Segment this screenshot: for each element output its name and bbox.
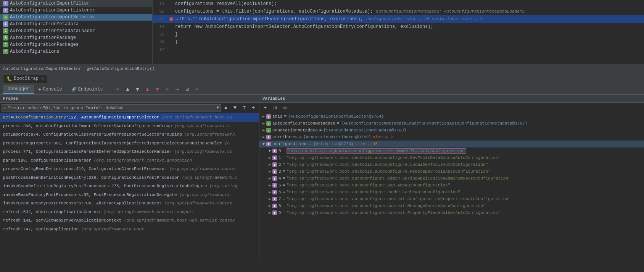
bootstrap-tab[interactable]: 🐛 BootStrap × (3, 74, 47, 83)
var-row[interactable]: ▶ f 8 = "org.springframework.boot.autoco… (259, 202, 644, 209)
thread-check-icon: ✔ (3, 106, 6, 110)
var-row[interactable]: ▶ f 9 = "org.springframework.boot.autoco… (259, 209, 644, 216)
class-icon: C (3, 28, 8, 34)
frame-line: :801, ConfigurationClassParser$DeferredI… (51, 141, 222, 146)
toolbar-btn-grid[interactable]: ⊞ (183, 85, 191, 94)
var-row[interactable]: ▶ f 5 = "org.springframework.boot.autoco… (259, 182, 644, 189)
class-list-item[interactable]: IAutoConfigurationImportListener (0, 7, 152, 14)
frame-line: :771, ConfigurationClassParser$DeferredI… (21, 149, 172, 154)
var-row[interactable]: ▶ f 2 = "org.springframework.boot.devtoo… (259, 161, 644, 168)
tab-debugger[interactable]: Debugger (3, 85, 34, 94)
frame-item[interactable]: invokeBeanDefinitionRegistryPostProcesso… (0, 182, 259, 191)
tab-endpoints[interactable]: 🔗 Endpoints (67, 85, 108, 94)
toolbar-btn-up1[interactable]: ▲ (123, 85, 132, 94)
frame-item[interactable]: postProcessBeanDefinitionRegistry:236, C… (0, 173, 259, 182)
frame-line: :532, AbstractApplicationContext (21, 210, 101, 214)
toolbar-btn-down1[interactable]: ▼ (133, 85, 142, 94)
frame-item[interactable]: refresh:532, AbstractApplicationContext … (0, 208, 259, 217)
frame-item[interactable]: process:771, ConfigurationClassParser$De… (0, 147, 259, 156)
var-name: autoConfigurationMetadata (272, 121, 335, 126)
var-icon: f (272, 204, 277, 208)
frame-item[interactable]: invokeBeanFactoryPostProcessors:706, Abs… (0, 199, 259, 208)
var-expand-icon[interactable]: ▶ (267, 189, 272, 195)
frame-funnel-btn[interactable]: ⊤ (240, 104, 248, 112)
var-expand-icon[interactable]: ▶ (261, 134, 266, 140)
class-list-item[interactable]: IAutoConfigurationImportFilter (0, 0, 152, 7)
frame-item[interactable]: invokeBeanFactoryPostProcessors:95, Post… (0, 191, 259, 199)
frame-item[interactable]: process:396, AutoConfigurationImportSele… (0, 122, 259, 131)
var-expand-icon[interactable]: ▶ (267, 169, 272, 174)
var-row[interactable]: ▶ f 6 = "org.springframework.boot.autoco… (259, 189, 644, 196)
vars-grid-btn[interactable]: ⊞ (271, 104, 279, 112)
var-expand-icon[interactable]: ▶ (261, 114, 266, 119)
toolbar-btn-reorder[interactable]: ≡ (113, 85, 122, 94)
var-expand-icon[interactable]: ▼ (261, 141, 266, 147)
frame-item[interactable]: processGroupImports:801, ConfigurationCl… (0, 139, 259, 148)
var-expand-icon[interactable]: ▶ (261, 121, 266, 126)
class-icon: A (3, 35, 8, 40)
var-expand-icon[interactable]: ▶ (267, 183, 272, 188)
vars-add-btn[interactable]: + (261, 104, 269, 112)
frame-method: invokeBeanDefinitionRegistryPostProcesso… (3, 184, 109, 188)
code-line: 82 configurations = this.filter(configur… (153, 8, 644, 15)
var-row[interactable]: ▶ p annotationMetadata = {StandardAnnota… (259, 127, 644, 134)
class-name: AutoConfigurationMetadataLoader (10, 28, 95, 34)
toolbar-btn-down2[interactable]: ▼ (153, 85, 161, 94)
var-expand-icon[interactable]: ▶ (267, 176, 272, 181)
frame-item[interactable]: refresh:141, ServletWebServerApplication… (0, 216, 259, 225)
frame-item[interactable]: refresh:747, SpringApplication (org.spri… (0, 225, 259, 234)
class-list-item[interactable]: IAutoConfigurationMetadata (0, 21, 152, 28)
class-list-item[interactable]: CAutoConfigurations (0, 48, 152, 55)
class-list: IAutoConfigurationImportFilterIAutoConfi… (0, 0, 152, 55)
thread-select[interactable]: ✔"restartedMain"@1,790 in group "main": … (2, 104, 221, 112)
class-list-item[interactable]: CAutoConfigurationImportSelector (0, 14, 152, 21)
frame-item[interactable]: parse:188, ConfigurationClassParser (org… (0, 156, 259, 165)
frame-filter-btn[interactable]: ▲ (222, 104, 230, 112)
var-expand-icon[interactable]: ▶ (267, 162, 272, 167)
var-row[interactable]: ▶ f 3 = "org.springframework.boot.devtoo… (259, 168, 644, 175)
frame-line: :188, ConfigurationClassParser (16, 158, 91, 163)
bootstrap-tab-close[interactable]: × (42, 77, 44, 81)
toolbar-btn-up2[interactable]: ▲ (143, 85, 151, 94)
tab-console[interactable]: ▶ Console (34, 85, 67, 94)
breakpoint-icon[interactable] (169, 17, 173, 21)
var-expand-icon[interactable]: ▼ (267, 148, 272, 154)
frame-pkg: (org.springframework.context.annotation (94, 158, 192, 163)
toolbar-btn-x[interactable]: ✕ (163, 85, 171, 94)
var-row[interactable]: ▶ f 4 = "org.springframework.boot.autoco… (259, 175, 644, 182)
console-tab-label: Console (43, 87, 62, 92)
var-expand-icon[interactable]: ▶ (267, 155, 272, 160)
var-name: this (272, 114, 282, 119)
class-list-item[interactable]: AAutoConfigurationPackage (0, 34, 152, 41)
frame-item[interactable]: processConfigBeanDefinitions:319, Config… (0, 165, 259, 173)
var-row[interactable]: ▶ f 1 = "org.springframework.boot.devtoo… (259, 154, 644, 161)
var-row[interactable]: ▶ p autoConfigurationMetadata = {AutoCon… (259, 120, 644, 127)
var-row[interactable]: ▼ f configurations = {ArrayList@3770} si… (259, 141, 644, 147)
frame-down-btn[interactable]: ▼ (231, 104, 239, 112)
frame-item[interactable]: getAutoConfigurationEntry:122, AutoConfi… (0, 113, 259, 122)
var-value: "org.springframework.boot.autoconfigure.… (287, 210, 501, 215)
var-row[interactable]: ▶ f this = {AutoConfigurationImportSelec… (259, 113, 644, 120)
debug-tabbar: Debugger ▶ Console 🔗 Endpoints ≡ ▲ ▼ ▲ ▼… (0, 84, 644, 95)
var-value: "org.springframework.boot.autoconfigure.… (287, 190, 460, 194)
vars-inf-btn[interactable]: ∞ (281, 104, 289, 112)
toolbar-btn-dots[interactable]: ⋯ (173, 85, 181, 94)
toolbar-btn-list[interactable]: ≡ (193, 85, 201, 94)
var-expand-icon[interactable]: ▶ (267, 196, 272, 202)
frame-line: :122, AutoConfigurationImportSelector (66, 115, 159, 120)
var-value: "org.springframework.boot.autoconfigure.… (287, 204, 486, 208)
class-list-item[interactable]: CAutoConfigurationPackages (0, 41, 152, 48)
var-row[interactable]: ▶ f 7 = "org.springframework.boot.autoco… (259, 196, 644, 202)
var-row[interactable]: ▶ f attributes = {AnnotationAttributes@3… (259, 134, 644, 141)
var-icon: f (266, 142, 271, 146)
frame-item[interactable]: getImports:874, ConfigurationClassParser… (0, 130, 259, 139)
frame-add-btn[interactable]: + (249, 104, 258, 112)
var-icon: f (272, 183, 277, 188)
var-row[interactable]: ▼ f 0 = "com.lchtest.spirngbootautoconfi… (259, 147, 644, 154)
var-expand-icon[interactable]: ▶ (261, 128, 266, 133)
frame-pkg: (org.springframework.boot.au (162, 115, 232, 120)
var-expand-icon[interactable]: ▶ (267, 210, 272, 215)
var-expand-icon[interactable]: ▶ (267, 203, 272, 209)
class-list-item[interactable]: CAutoConfigurationMetadataLoader (0, 28, 152, 34)
frame-pkg: (org.springframework.boot (81, 227, 144, 232)
